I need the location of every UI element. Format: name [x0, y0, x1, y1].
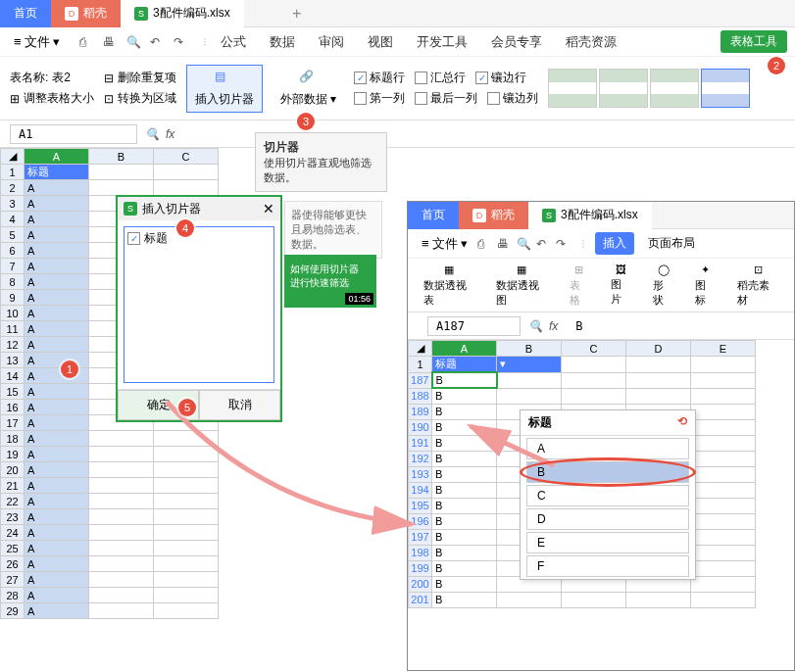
- undo-icon[interactable]: ↶: [150, 34, 166, 50]
- cb-header[interactable]: ✓标题行: [354, 70, 405, 86]
- redo-icon[interactable]: ↷: [174, 34, 189, 50]
- ribbon: 表名称: 表2 ⊞ 调整表格大小 ⊟ 删除重复项 ⊡ 转换为区域 ▤ 插入切片器…: [0, 57, 795, 120]
- slicer-item-C[interactable]: C: [526, 485, 689, 506]
- preview-icon[interactable]: 🔍: [517, 236, 532, 252]
- menu-hamburger[interactable]: ≡ 文件 ▾: [8, 30, 66, 54]
- menu-bar: ≡ 文件 ▾ ⎙ 🖶 🔍 ↶ ↷ ⁝ 公式 数据 审阅 视图 开发工具 会员专享…: [0, 27, 795, 57]
- cancel-button[interactable]: 取消: [199, 390, 280, 420]
- dialog-field-item[interactable]: ✓ 标题: [127, 230, 271, 247]
- corner[interactable]: ◢: [1, 149, 25, 165]
- pivot-table[interactable]: ▦数据透视表: [416, 260, 482, 312]
- assets-btn[interactable]: ⊡稻壳素材: [729, 260, 786, 312]
- resize-table[interactable]: ⊞ 调整表格大小: [10, 90, 94, 107]
- badge-2: 2: [768, 57, 785, 74]
- video-card[interactable]: 如何使用切片器 进行快速筛选 01:56: [284, 255, 376, 308]
- cb-total[interactable]: 汇总行: [415, 70, 466, 86]
- col-A[interactable]: A: [25, 149, 89, 165]
- badge-4: 4: [176, 219, 194, 237]
- pivot-chart[interactable]: ▦数据透视图: [488, 260, 555, 312]
- redo-icon[interactable]: ↷: [556, 236, 571, 252]
- tab-member[interactable]: 会员专享: [481, 33, 552, 51]
- insert-slicer[interactable]: ▤ 插入切片器: [186, 65, 263, 113]
- badge-3: 3: [297, 113, 315, 130]
- slicer-item-B[interactable]: B: [526, 461, 689, 483]
- save-icon[interactable]: ⎙: [79, 34, 95, 50]
- tab-view[interactable]: 视图: [358, 33, 403, 51]
- slicer-icon: ▤: [215, 70, 234, 89]
- cb-banded[interactable]: ✓镶边行: [475, 70, 526, 86]
- w2-name-box[interactable]: A187: [427, 316, 521, 336]
- slicer-clear-icon[interactable]: ⟲: [677, 414, 687, 431]
- picture-btn[interactable]: 🖼图片: [603, 260, 639, 311]
- dialog-close[interactable]: ✕: [263, 201, 274, 216]
- table-tools-button[interactable]: 表格工具: [720, 30, 787, 53]
- col-B[interactable]: B: [89, 149, 154, 165]
- to-range[interactable]: ⊡ 转换为区域: [104, 90, 176, 107]
- style-2[interactable]: [599, 69, 648, 108]
- style-4[interactable]: [701, 69, 750, 108]
- link-icon: 🔗: [299, 70, 319, 89]
- print-icon[interactable]: 🖶: [497, 236, 513, 252]
- cb-bandcol[interactable]: 镶边列: [487, 90, 538, 107]
- sheets-icon: S: [134, 7, 148, 21]
- badge-5: 5: [178, 399, 196, 416]
- slicer-panel[interactable]: 标题 ⟲ A B C D E F: [520, 409, 696, 580]
- slicer-item-F[interactable]: F: [526, 555, 689, 577]
- fx-icon[interactable]: fx: [166, 127, 174, 141]
- preview-icon[interactable]: 🔍: [126, 34, 142, 50]
- badge-1: 1: [61, 360, 78, 378]
- external-data[interactable]: 🔗 外部数据 ▾: [273, 66, 344, 112]
- zoom-icon[interactable]: 🔍: [145, 127, 160, 141]
- shapes-btn[interactable]: ◯形状: [645, 260, 681, 312]
- help-panel: 器使得能够更快且易地筛选表、数据。: [284, 201, 382, 259]
- w2-tab-docshell[interactable]: D稻壳: [459, 202, 528, 229]
- table-styles[interactable]: [548, 69, 750, 108]
- tab-formula[interactable]: 公式: [211, 33, 256, 51]
- w2-file-menu[interactable]: ≡ 文件 ▾: [416, 232, 473, 256]
- tab-data[interactable]: 数据: [260, 33, 305, 51]
- name-box-row: A1 🔍 fx: [0, 120, 795, 148]
- slicer-tooltip: 切片器 使用切片器直观地筛选数据。: [255, 132, 387, 192]
- insert-tab[interactable]: 插入: [595, 232, 634, 255]
- print-icon[interactable]: 🖶: [103, 34, 119, 50]
- col-C[interactable]: C: [154, 149, 219, 165]
- sheets-icon: S: [124, 202, 137, 216]
- slicer-item-E[interactable]: E: [526, 532, 689, 553]
- style-1[interactable]: [548, 69, 597, 108]
- cb-first[interactable]: 第一列: [354, 90, 405, 107]
- tab-dev[interactable]: 开发工具: [407, 33, 477, 51]
- remove-dup[interactable]: ⊟ 删除重复项: [104, 70, 176, 86]
- tab-home[interactable]: 首页: [0, 0, 51, 27]
- icons-btn[interactable]: ✦图标: [687, 260, 723, 312]
- style-3[interactable]: [650, 69, 699, 108]
- w2-tab-file[interactable]: S3配件编码.xlsx: [528, 202, 652, 229]
- cb-last[interactable]: 最后一列: [415, 90, 477, 107]
- app-tabs: 首页 D 稻壳 S 3配件编码.xlsx +: [0, 0, 795, 27]
- slicer-item-D[interactable]: D: [526, 508, 689, 530]
- w2-tab-home[interactable]: 首页: [408, 202, 459, 229]
- name-box[interactable]: A1: [10, 124, 137, 144]
- table-btn[interactable]: ⊞表格: [562, 260, 598, 312]
- tab-docshell[interactable]: D 稻壳: [51, 0, 121, 27]
- save-icon[interactable]: ⎙: [477, 236, 493, 252]
- tab-file[interactable]: S 3配件编码.xlsx: [121, 0, 244, 27]
- docshell-icon: D: [65, 7, 78, 21]
- tab-review[interactable]: 审阅: [309, 33, 354, 51]
- insert-slicer-dialog: S 插入切片器 ✕ ✓ 标题 确定 取消: [116, 195, 282, 422]
- undo-icon[interactable]: ↶: [536, 236, 552, 252]
- tab-new[interactable]: +: [283, 0, 311, 27]
- checkbox-icon[interactable]: ✓: [127, 232, 140, 245]
- tab-resources[interactable]: 稻壳资源: [556, 33, 626, 51]
- page-layout-tab[interactable]: 页面布局: [648, 235, 695, 252]
- slicer-item-A[interactable]: A: [526, 438, 689, 459]
